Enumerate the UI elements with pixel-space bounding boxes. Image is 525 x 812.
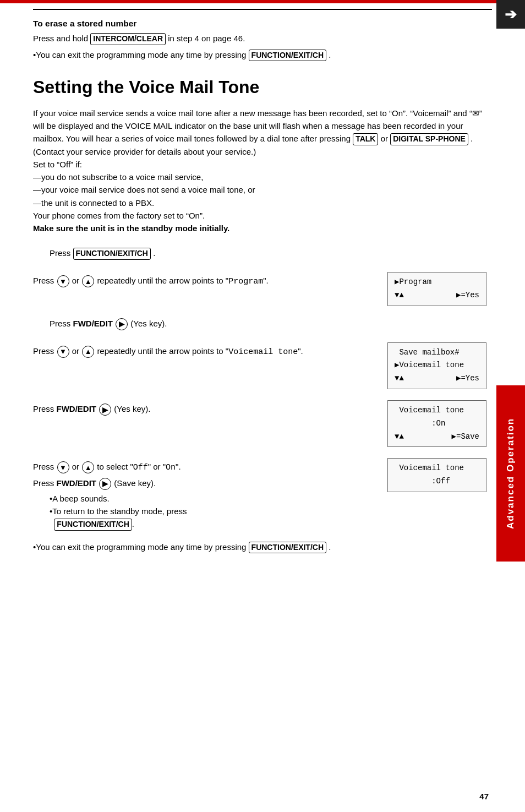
erase-bullet-end: . (329, 50, 331, 59)
bottom-bullet-text: •You can exit the programming mode any t… (33, 542, 246, 552)
step3-right: Save mailbox# ▶Voicemail tone ▼▲ ▶=Yes (382, 342, 492, 389)
intro-bullet3: —the unit is connected to a PBX. (33, 198, 154, 208)
up-btn-1: ▲ (82, 275, 94, 287)
intro-para6: Your phone comes from the factory set to… (33, 211, 205, 220)
erase-bullet: •You can exit the programming mode any t… (33, 50, 492, 62)
down-btn-5: ▼ (57, 461, 69, 473)
lcd4-line2: :On (395, 417, 479, 430)
top-bar (0, 0, 525, 3)
fwd-edit-btn-2: ▶ (116, 318, 128, 330)
arrow-icon: ➔ (505, 7, 517, 21)
lcd1-line3: ▼▲ ▶=Yes (395, 289, 479, 302)
function-exit-ch-key-erase: FUNCTION/EXIT/CH (249, 50, 326, 62)
step5-line2: Press FWD/EDIT ▶ (Save key). (33, 477, 371, 490)
step1-text-before: Press (33, 276, 57, 285)
lcd-display-1: ▶Program ▼▲ ▶=Yes (387, 272, 486, 306)
step1-or: or (72, 276, 82, 285)
step5-right: Voicemail tone :Off (382, 458, 492, 492)
intro-bullet1: —you do not subscribe to a voice mail se… (33, 172, 203, 182)
sidebar-label: Advanced Operation (496, 385, 525, 562)
lcd1-yes: ▶=Yes (456, 289, 479, 302)
step3-or: or (72, 346, 82, 356)
down-btn-1: ▼ (57, 275, 69, 287)
lcd-display-3: Save mailbox# ▶Voicemail tone ▼▲ ▶=Yes (387, 342, 486, 389)
page-number: 47 (479, 792, 489, 801)
step5-line1: Press ▼ or ▲ to select "Off" or "On". (33, 460, 371, 474)
function-exit-ch-key-bottom: FUNCTION/EXIT/CH (249, 542, 326, 554)
lcd-display-4: Voicemail tone :On ▼▲ ▶=Save (387, 400, 486, 447)
arrow-tab: ➔ (496, 0, 525, 29)
intro-para2: or (381, 134, 391, 143)
step-2: Press FWD/EDIT ▶ (Yes key). (33, 317, 492, 330)
step0-text: Press (50, 248, 73, 258)
lcd3-line1: Save mailbox# (395, 346, 479, 359)
lcd3-yes: ▶=Yes (456, 372, 479, 385)
step5-bullet2: •To return to the standby mode, press FU… (50, 505, 371, 531)
step4-end: (Yes key). (114, 404, 150, 413)
intro-para4: (Contact your service provider for detai… (33, 147, 256, 156)
lcd5-line2: :Off (395, 475, 479, 488)
step-4: Press FWD/EDIT ▶ (Yes key). Voicemail to… (33, 400, 492, 447)
step3-left: Press ▼ or ▲ repeatedly until the arrow … (33, 342, 371, 358)
function-exit-ch-key-step5: FUNCTION/EXIT/CH (54, 519, 132, 531)
step1-right: ▶Program ▼▲ ▶=Yes (382, 272, 492, 306)
function-exit-ch-key-step0: FUNCTION/EXIT/CH (73, 248, 151, 260)
up-btn-5: ▲ (82, 461, 94, 473)
erase-title: To erase a stored number (33, 19, 492, 29)
step3-text-after: repeatedly until the arrow points to "Vo… (97, 346, 303, 356)
lcd3-va: ▼▲ (395, 372, 404, 385)
step4-text: Press FWD/EDIT (33, 404, 99, 413)
lcd4-save: ▶=Save (452, 430, 479, 444)
bottom-bullet-end: . (329, 542, 331, 552)
erase-text: Press and hold INTERCOM/CLEAR in step 4 … (33, 33, 492, 45)
lcd4-line1: Voicemail tone (395, 404, 479, 417)
step4-right: Voicemail tone :On ▼▲ ▶=Save (382, 400, 492, 447)
step2-text: Press FWD/EDIT (50, 319, 115, 328)
fwd-edit-btn-5: ▶ (99, 478, 111, 490)
main-heading: Setting the Voice Mail Tone (33, 77, 492, 97)
intro-para5: Set to “Off” if: (33, 160, 82, 169)
lcd4-line3: ▼▲ ▶=Save (395, 430, 479, 444)
erase-section: To erase a stored number Press and hold … (0, 19, 525, 61)
lcd3-line2: ▶Voicemail tone (395, 359, 479, 372)
top-divider (33, 9, 492, 10)
step5-bullets: •A beep sounds. •To return to the standb… (33, 492, 371, 531)
lcd5-line1: Voicemail tone (395, 462, 479, 475)
step5-left: Press ▼ or ▲ to select "Off" or "On". Pr… (33, 458, 371, 530)
down-btn-3: ▼ (57, 346, 69, 358)
step3-text-before: Press (33, 346, 57, 356)
intro-para: If your voice mail service sends a voice… (0, 107, 525, 235)
erase-text-after: in step 4 on page 46. (168, 34, 245, 43)
bottom-bullet: •You can exit the programming mode any t… (0, 542, 525, 554)
intro-bullet2: —your voice mail service does not send a… (33, 185, 255, 194)
page-container: ➔ To erase a stored number Press and hol… (0, 0, 525, 812)
up-btn-3: ▲ (82, 346, 94, 358)
lcd4-va: ▼▲ (395, 430, 404, 444)
step1-left: Press ▼ or ▲ repeatedly until the arrow … (33, 272, 371, 288)
erase-text-before: Press and hold (33, 34, 88, 43)
intro-para3: . (471, 134, 473, 143)
lcd-display-5: Voicemail tone :Off (387, 458, 486, 492)
step0-end: . (153, 248, 155, 258)
intro-para7: Make sure the unit is in the standby mod… (33, 224, 229, 233)
step4-left: Press FWD/EDIT ▶ (Yes key). (33, 400, 371, 416)
step-1: Press ▼ or ▲ repeatedly until the arrow … (33, 272, 492, 306)
digital-sp-phone-key: DIGITAL SP-PHONE (390, 133, 468, 145)
step-5: Press ▼ or ▲ to select "Off" or "On". Pr… (33, 458, 492, 530)
step5-bullet1: •A beep sounds. (50, 492, 371, 505)
step2-end: (Yes key). (130, 319, 167, 328)
step-3: Press ▼ or ▲ repeatedly until the arrow … (33, 342, 492, 389)
lcd1-va: ▼▲ (395, 289, 404, 302)
fwd-edit-btn-4: ▶ (99, 404, 111, 416)
talk-key: TALK (353, 133, 378, 145)
lcd3-line3: ▼▲ ▶=Yes (395, 372, 479, 385)
intercom-clear-key: INTERCOM/CLEAR (90, 33, 166, 45)
lcd1-line1: ▶Program (395, 276, 479, 289)
erase-bullet-text: •You can exit the programming mode any t… (33, 50, 246, 59)
step1-text-after: repeatedly until the arrow points to "Pr… (97, 276, 268, 285)
sidebar-label-text: Advanced Operation (505, 418, 516, 529)
step-0: Press FUNCTION/EXIT/CH . (33, 247, 492, 260)
steps-section: Press FUNCTION/EXIT/CH . Press ▼ or ▲ re… (0, 247, 525, 530)
